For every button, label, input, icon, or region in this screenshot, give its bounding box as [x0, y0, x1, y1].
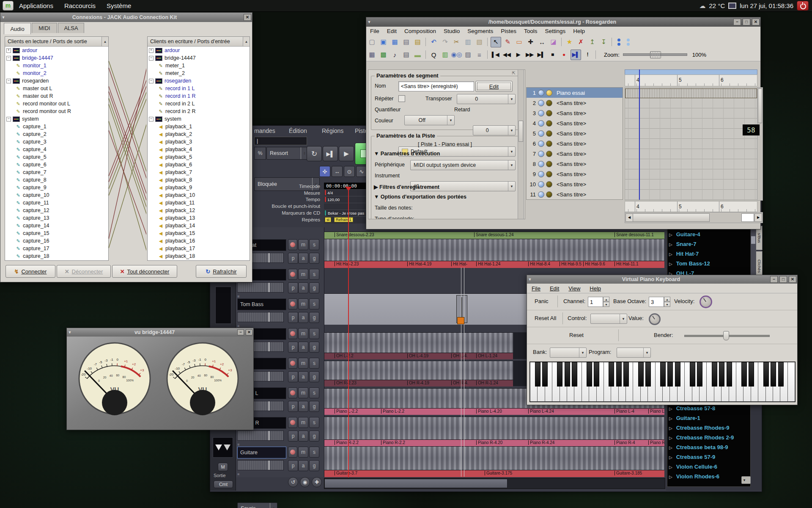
spinner-arrows-icon[interactable]: ⇕ [270, 503, 277, 508]
vpk-menu-help[interactable]: Help [585, 285, 606, 292]
tree-row[interactable]: ◀playback_9 [148, 184, 250, 191]
ardour-grid-mode-select[interactable]: Ressort⇕ [266, 147, 308, 160]
rosegarden-menu-settings[interactable]: Settings [541, 28, 569, 34]
scrollbar-thumb[interactable] [751, 236, 755, 244]
paste-icon[interactable]: ▧ [475, 37, 484, 47]
forward-to-end-button[interactable]: ▶▌ [536, 50, 546, 60]
black-key[interactable] [638, 362, 644, 387]
black-key[interactable] [609, 362, 614, 387]
expand-triangle-icon[interactable]: ▷ [669, 252, 672, 257]
rosegarden-track-row[interactable]: 8<Sans titre> [526, 159, 623, 169]
location-marker[interactable]: Refrain 1 [334, 217, 353, 222]
weather-icon[interactable]: ☁ [700, 2, 706, 10]
automation-button[interactable]: a [298, 342, 308, 353]
Snare dessous-region-bar[interactable]: Snare dessous-2.23Snare dessous-1.24Snar… [324, 232, 664, 239]
black-key[interactable] [645, 362, 651, 387]
record-led-icon[interactable] [546, 151, 552, 157]
rosegarden-menu-studio[interactable]: Studio [440, 28, 464, 34]
expand-triangle-icon[interactable]: ▷ [669, 436, 672, 440]
black-key[interactable] [535, 362, 540, 387]
region-name-label[interactable]: Piano L-2.2 [335, 409, 358, 414]
record-led-icon[interactable] [546, 171, 552, 177]
group-button[interactable]: g [309, 342, 319, 353]
gauges-icon[interactable]: ◉◎ [452, 50, 461, 60]
black-key[interactable] [771, 362, 776, 387]
program-select[interactable]: ▼ [617, 348, 651, 358]
group-button[interactable]: g [309, 253, 319, 264]
ardour-play-button[interactable]: ▶ [339, 146, 354, 161]
region-name-label[interactable]: Snare dessous-1.24 [474, 232, 514, 237]
rosegarden-menu-pistes[interactable]: Pistes [497, 28, 520, 34]
playlist-button[interactable]: p [288, 371, 298, 382]
record-arm-button[interactable] [288, 447, 297, 458]
tree-row[interactable]: ✎master out L [5, 85, 108, 92]
tree-row[interactable]: ✎capture_7 [5, 168, 108, 176]
filters-section-toggle[interactable]: ▶ Filtres d'enregistrement [374, 184, 439, 190]
spin-down-icon[interactable]: ▼ [664, 302, 670, 307]
mute-led-icon[interactable] [538, 120, 544, 127]
velocity-knob[interactable] [700, 295, 712, 308]
mute-button[interactable]: m [298, 328, 308, 339]
mute-button[interactable]: m [298, 298, 308, 309]
automation-button[interactable]: a [298, 431, 308, 442]
tree-row[interactable]: ◀playback_3 [148, 138, 250, 146]
zoom-fit-button[interactable]: ◉ [300, 477, 310, 487]
record-button[interactable]: ● [559, 50, 569, 60]
matrix-icon[interactable]: ▥ [440, 50, 450, 60]
gain-fader[interactable] [237, 312, 284, 322]
rosegarden-menu-segments[interactable]: Segments [464, 28, 497, 34]
matrix-editor-icon[interactable]: ▩ [379, 50, 388, 60]
mute-led-icon[interactable] [538, 90, 544, 96]
tree-row[interactable]: −rosegarden [5, 77, 108, 85]
quantifieur-select[interactable]: Off▼ [404, 115, 455, 125]
record-led-icon[interactable] [546, 110, 552, 116]
ruler-label-5[interactable]: Repères [302, 217, 320, 222]
region-name-label[interactable]: Hit Hat-11.1 [614, 262, 639, 266]
value-knob[interactable] [649, 313, 661, 325]
tree-row[interactable]: ✎record in 1 L [148, 85, 250, 92]
black-key[interactable] [660, 362, 666, 387]
display-icon[interactable] [728, 3, 736, 9]
rosegarden-track-row[interactable]: 4<Sans titre> [526, 118, 623, 129]
copy-icon[interactable]: ▥ [463, 37, 473, 47]
tab-midi[interactable]: MIDI [32, 23, 57, 33]
spin-down-icon[interactable]: ▼ [603, 302, 609, 307]
Piano L-region-bar[interactable]: Piano L-2.2Piano L-2.2Piano L-4.20Piano … [324, 408, 664, 415]
tree-row[interactable]: ✎capture_11 [5, 199, 108, 207]
chevron-down-icon[interactable]: ▼ [508, 126, 515, 135]
track-name[interactable]: <Sans titre> [557, 120, 586, 127]
record-arm-button[interactable] [288, 358, 297, 369]
chevron-down-icon[interactable]: ▼ [508, 160, 515, 170]
tree-row[interactable]: −system [148, 115, 250, 123]
tree-row[interactable]: ◀playback_1 [148, 123, 250, 130]
transposer-select[interactable]: 0▼ [457, 94, 516, 104]
rosegarden-track-row[interactable]: 10<Sans titre> [526, 179, 623, 190]
record-arm-button[interactable] [288, 239, 297, 250]
region-name-label[interactable]: Piano L-4.24 [528, 409, 554, 414]
scrollbar-thumb[interactable] [758, 88, 762, 123]
close-icon[interactable]: ✕ [752, 19, 760, 25]
tree-expander-icon[interactable]: − [6, 79, 11, 83]
black-key[interactable] [749, 362, 754, 387]
menu-raccourcis[interactable]: Raccourcis [59, 0, 101, 11]
playlist-button[interactable]: p [288, 312, 298, 323]
reset-all-button[interactable]: Reset All [535, 315, 556, 321]
next-marker-icon[interactable]: ↧ [599, 37, 609, 47]
OH L-region-bar[interactable]: OH L-2.2OH L-4.19OH L-4.OH L-1.24 [324, 353, 513, 359]
black-key[interactable] [763, 362, 769, 387]
region-name-label[interactable]: Guitare-3.185 [614, 471, 642, 475]
zoom-out-button[interactable]: ↺ [288, 477, 298, 487]
track-name[interactable]: <Sans titre> [557, 161, 586, 167]
tree-row[interactable]: ◀playback_12 [148, 207, 250, 214]
solo-button[interactable]: s [309, 239, 319, 250]
region-list-item[interactable]: ▷Ctrebasse 57-8 [669, 405, 715, 411]
region-list-item[interactable]: ▷Ctrebasse beta 98-9 [669, 444, 728, 450]
solo-button[interactable]: s [309, 417, 319, 428]
play-button[interactable]: ▶ [513, 50, 523, 60]
mute-led-icon[interactable] [538, 151, 544, 157]
track-name[interactable]: <Sans titre> [557, 171, 586, 177]
prev-marker-icon[interactable]: ↥ [587, 37, 597, 47]
tree-row[interactable]: −system [5, 115, 108, 123]
tree-row[interactable]: ◀playback_18 [148, 252, 250, 260]
mute-led-icon[interactable] [538, 141, 544, 147]
